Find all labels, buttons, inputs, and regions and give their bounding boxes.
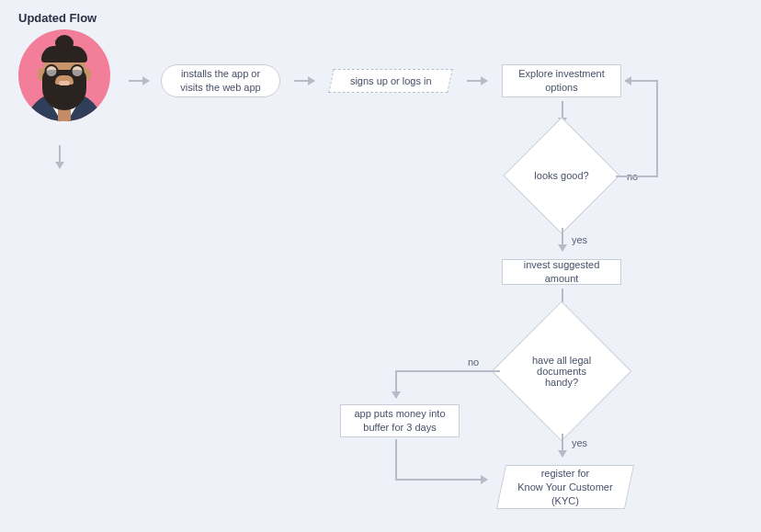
- edge-buffer-to-kyc-h: [395, 479, 487, 481]
- node-decision-legal-docs-text: have all legal documents handy?: [512, 322, 611, 421]
- arrow-legal-yes-to-kyc: [562, 434, 563, 457]
- label-yes-2: yes: [572, 437, 587, 448]
- edge-buffer-to-kyc-v: [395, 439, 397, 480]
- node-buffer: app puts money into buffer for 3 days: [340, 404, 460, 437]
- edge-looksgood-no-h1: [616, 175, 658, 177]
- arrow-decision-to-invest: [562, 228, 563, 251]
- arrow-signup-to-explore: [467, 80, 487, 82]
- arrow-avatar-continuation: [59, 145, 61, 168]
- node-buffer-text: app puts money into buffer for 3 days: [350, 407, 449, 435]
- node-decision-legal-docs: have all legal documents handy?: [512, 322, 611, 421]
- arrow-avatar-to-install: [129, 80, 149, 82]
- edge-looksgood-no-into-explore: [625, 80, 658, 82]
- node-invest-text: invest suggested amount: [512, 258, 611, 286]
- arrow-install-to-signup: [294, 80, 314, 82]
- edge-looksgood-no-v: [656, 81, 658, 177]
- node-invest: invest suggested amount: [502, 259, 621, 285]
- diagram-title: Updated Flow: [18, 11, 97, 25]
- user-avatar: [18, 29, 110, 121]
- node-decision-looks-good: looks good?: [520, 134, 603, 217]
- label-no-2: no: [468, 357, 479, 368]
- node-kyc: register for Know Your Customer (KYC): [496, 465, 634, 509]
- node-install-text: installs the app or visits the web app: [171, 67, 270, 95]
- node-install: installs the app or visits the web app: [161, 64, 280, 97]
- edge-legal-no-into-buffer: [395, 370, 397, 398]
- edge-legal-no-h: [395, 370, 500, 372]
- node-signup: signs up or logs in: [328, 69, 453, 93]
- node-decision-looks-good-text: looks good?: [520, 134, 603, 217]
- node-signup-text: signs up or logs in: [350, 74, 432, 88]
- node-explore-text: Explore investment options: [512, 67, 611, 95]
- node-kyc-text: register for Know Your Customer (KYC): [511, 467, 619, 508]
- node-explore: Explore investment options: [502, 64, 621, 97]
- label-yes-1: yes: [572, 234, 587, 245]
